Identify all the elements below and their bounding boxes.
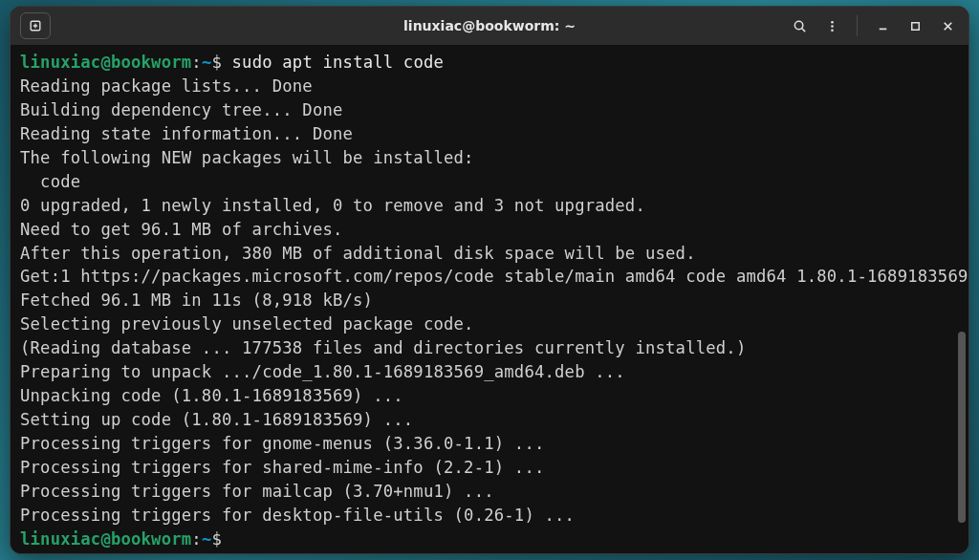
output-line: (Reading database ... 177538 files and d… (20, 338, 746, 357)
output-line: The following NEW packages will be insta… (20, 148, 474, 167)
prompt-colon: : (191, 53, 202, 72)
prompt-user-host: linuxiac@bookworm (20, 529, 191, 549)
titlebar-right (772, 12, 963, 39)
output-line: Reading state information... Done (20, 124, 353, 143)
svg-point-7 (831, 29, 834, 32)
output-line: Unpacking code (1.80.1-1689183569) ... (20, 386, 403, 405)
command-text: sudo apt install code (222, 53, 444, 72)
menu-button[interactable] (816, 12, 847, 39)
output-line: 0 upgraded, 1 newly installed, 0 to remo… (20, 196, 645, 215)
svg-rect-9 (911, 22, 919, 30)
svg-point-5 (831, 20, 834, 23)
prompt-user-host: linuxiac@bookworm (20, 53, 191, 72)
output-line: After this operation, 380 MB of addition… (20, 244, 696, 263)
titlebar-left (16, 12, 207, 39)
output-line: Building dependency tree... Done (20, 100, 343, 119)
minimize-button[interactable] (867, 12, 898, 39)
output-line: Processing triggers for desktop-file-uti… (20, 506, 575, 525)
output-line: Preparing to unpack .../code_1.80.1-1689… (20, 362, 625, 381)
svg-line-4 (801, 28, 804, 31)
prompt-colon: : (191, 529, 202, 549)
prompt-path: ~ (202, 529, 212, 549)
output-line: Reading package lists... Done (20, 76, 313, 96)
output-line: Selecting previously unselected package … (20, 314, 474, 334)
prompt-symbol: $ (211, 529, 222, 549)
output-line: Processing triggers for mailcap (3.70+nm… (20, 482, 494, 501)
prompt-symbol: $ (211, 53, 222, 72)
close-button[interactable] (932, 12, 963, 39)
cursor-area[interactable] (222, 529, 232, 549)
titlebar-separator (857, 15, 858, 36)
output-line: Processing triggers for shared-mime-info… (20, 458, 544, 477)
maximize-button[interactable] (900, 12, 930, 39)
terminal-output-area[interactable]: linuxiac@bookworm:~$ sudo apt install co… (11, 45, 968, 553)
output-line: Need to get 96.1 MB of archives. (20, 220, 343, 239)
new-tab-button[interactable] (20, 12, 51, 39)
titlebar: linuxiac@bookworm: ~ (11, 7, 968, 45)
scrollbar-thumb[interactable] (958, 332, 966, 523)
output-line: Get:1 https://packages.microsoft.com/rep… (20, 267, 968, 286)
output-line: code (20, 172, 80, 191)
search-button[interactable] (784, 12, 815, 39)
output-line: Processing triggers for gnome-menus (3.3… (20, 434, 544, 453)
output-line: Fetched 96.1 MB in 11s (8,918 kB/s) (20, 291, 373, 310)
svg-point-6 (831, 25, 834, 28)
window-title: linuxiac@bookworm: ~ (207, 18, 772, 33)
terminal-window: linuxiac@bookworm: ~ l (10, 6, 969, 554)
svg-point-3 (794, 21, 802, 29)
output-line: Setting up code (1.80.1-1689183569) ... (20, 410, 413, 429)
prompt-path: ~ (202, 53, 212, 72)
